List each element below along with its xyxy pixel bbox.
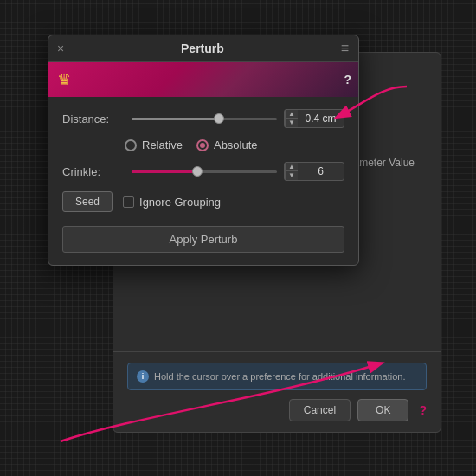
crinkle-slider-fill: [132, 170, 197, 173]
dialog-title: Perturb: [181, 42, 224, 55]
help-button-bottom[interactable]: ?: [419, 403, 427, 417]
distance-label: Distance:: [62, 113, 125, 125]
crinkle-increment[interactable]: ▲: [286, 163, 298, 171]
crinkle-stepper[interactable]: ▲ ▼: [285, 163, 298, 180]
info-icon: i: [137, 370, 149, 383]
info-text: Hold the cursor over a preference for ad…: [154, 371, 405, 382]
absolute-radio-dot: [200, 143, 205, 148]
crinkle-slider-thumb[interactable]: [192, 166, 203, 177]
distance-slider-thumb[interactable]: [214, 113, 224, 124]
radio-row: Relative Absolute: [125, 138, 344, 151]
absolute-radio[interactable]: [196, 139, 209, 151]
ignore-grouping-option[interactable]: Ignore Grouping: [123, 196, 221, 209]
crinkle-value-box: ▲ ▼ 6: [284, 162, 344, 181]
distance-slider-fill: [132, 118, 219, 120]
distance-increment[interactable]: ▲: [286, 110, 298, 119]
perturb-dialog: × Perturb ≡ ♛ ? Distance: ▲ ▼ 0.4 cm: [48, 35, 359, 266]
relative-label: Relative: [142, 138, 183, 151]
help-button-top[interactable]: ?: [344, 73, 351, 87]
distance-stepper[interactable]: ▲ ▼: [285, 110, 298, 127]
ignore-grouping-checkbox[interactable]: [123, 196, 134, 208]
info-box: i Hold the cursor over a preference for …: [127, 363, 427, 390]
distance-row: Distance: ▲ ▼ 0.4 cm: [62, 109, 344, 128]
dialog-titlebar: × Perturb ≡: [48, 35, 358, 62]
crinkle-value: 6: [298, 164, 344, 179]
distance-value: 0.4 cm: [298, 111, 344, 126]
absolute-option[interactable]: Absolute: [196, 138, 258, 151]
crinkle-label: Crinkle:: [62, 165, 125, 178]
crown-icon: ♛: [57, 70, 71, 89]
ok-button[interactable]: OK: [357, 399, 408, 421]
close-button[interactable]: ×: [57, 42, 64, 55]
ignore-grouping-label: Ignore Grouping: [139, 196, 221, 209]
menu-button[interactable]: ≡: [341, 41, 350, 56]
relative-radio[interactable]: [125, 139, 137, 151]
dialog-body: Distance: ▲ ▼ 0.4 cm Relative: [48, 97, 358, 265]
seed-row: Seed Ignore Grouping: [62, 191, 344, 212]
relative-option[interactable]: Relative: [125, 138, 183, 151]
seed-button[interactable]: Seed: [62, 191, 113, 212]
crinkle-row: Crinkle: ▲ ▼ 6: [62, 162, 344, 181]
absolute-label: Absolute: [214, 138, 258, 151]
distance-decrement[interactable]: ▼: [286, 119, 298, 127]
header-stripe: ♛ ?: [48, 62, 358, 97]
crinkle-decrement[interactable]: ▼: [286, 171, 298, 180]
apply-button[interactable]: Apply Perturb: [62, 226, 344, 253]
distance-slider[interactable]: [132, 118, 277, 120]
distance-value-box: ▲ ▼ 0.4 cm: [284, 109, 344, 128]
crinkle-slider[interactable]: [132, 170, 277, 173]
cancel-button[interactable]: Cancel: [289, 399, 351, 421]
